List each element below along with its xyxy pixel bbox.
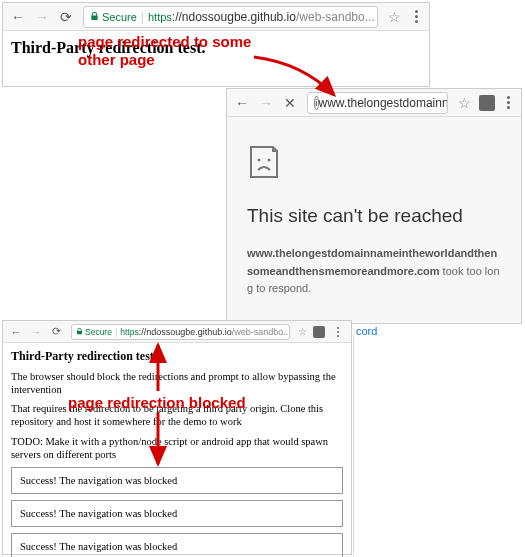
top-page-content: Third-Party redirection test. bbox=[3, 31, 429, 65]
url-scheme: https bbox=[120, 327, 138, 337]
back-button[interactable]: ← bbox=[231, 92, 253, 114]
url-scheme: https bbox=[148, 11, 172, 23]
address-bar[interactable]: Secure | https ://ndossougbe.github.io /… bbox=[83, 6, 378, 28]
extension-icon[interactable] bbox=[313, 326, 325, 338]
url-path: /web-sandbo... bbox=[232, 327, 290, 337]
success-message: Success! The navigation was blocked bbox=[11, 533, 343, 557]
page-heading: Third-Party redirection test. bbox=[11, 349, 343, 364]
menu-button[interactable] bbox=[499, 96, 517, 109]
forward-button[interactable]: → bbox=[31, 6, 53, 28]
bottom-toolbar: ← → ⟳ Secure | https ://ndossougbe.githu… bbox=[3, 321, 351, 343]
url-path: /web-sandbo... bbox=[296, 10, 375, 24]
secure-label: Secure bbox=[102, 11, 137, 23]
top-browser-window: ← → ⟳ Secure | https ://ndossougbe.githu… bbox=[2, 2, 430, 87]
success-message: Success! The navigation was blocked bbox=[11, 500, 343, 527]
menu-button[interactable] bbox=[407, 10, 425, 23]
url-host: ://ndossougbe.github.io bbox=[172, 10, 296, 24]
blank-panel bbox=[353, 335, 523, 555]
right-browser-window: ← → ✕ i www.thelongestdomainnamei... ☆ T… bbox=[226, 88, 522, 324]
forward-button[interactable]: → bbox=[255, 92, 277, 114]
reload-button[interactable]: ⟳ bbox=[47, 323, 65, 341]
forward-button[interactable]: → bbox=[27, 323, 45, 341]
lock-icon bbox=[90, 12, 99, 21]
svg-point-1 bbox=[268, 159, 271, 162]
error-heading: This site can't be reached bbox=[247, 205, 501, 227]
bottom-browser-window: ← → ⟳ Secure | https ://ndossougbe.githu… bbox=[2, 320, 352, 555]
right-toolbar: ← → ✕ i www.thelongestdomainnamei... ☆ bbox=[227, 89, 521, 117]
address-bar[interactable]: i www.thelongestdomainnamei... bbox=[307, 92, 448, 114]
url-host: ://ndossougbe.github.io bbox=[139, 327, 232, 337]
back-button[interactable]: ← bbox=[7, 323, 25, 341]
error-detail: www.thelongestdomainnameintheworldandthe… bbox=[247, 245, 501, 298]
success-message: Success! The navigation was blocked bbox=[11, 467, 343, 494]
bookmark-star-icon[interactable]: ☆ bbox=[454, 95, 475, 111]
back-button[interactable]: ← bbox=[7, 6, 29, 28]
sad-page-icon bbox=[247, 145, 501, 183]
separator: | bbox=[115, 327, 117, 337]
page-heading: Third-Party redirection test. bbox=[11, 39, 421, 57]
extension-icon[interactable] bbox=[479, 95, 495, 111]
secure-indicator: Secure bbox=[90, 11, 137, 23]
stop-button[interactable]: ✕ bbox=[279, 92, 301, 114]
url-text: www.thelongestdomainnamei... bbox=[319, 96, 448, 110]
top-toolbar: ← → ⟳ Secure | https ://ndossougbe.githu… bbox=[3, 3, 429, 31]
svg-point-0 bbox=[258, 159, 261, 162]
paragraph: The browser should block the redirection… bbox=[11, 370, 343, 396]
reload-button[interactable]: ⟳ bbox=[55, 6, 77, 28]
bookmark-star-icon[interactable]: ☆ bbox=[296, 326, 309, 337]
separator: | bbox=[141, 10, 144, 24]
secure-indicator: Secure bbox=[76, 327, 112, 337]
menu-button[interactable] bbox=[329, 327, 347, 337]
paragraph: That requires the redirection to be targ… bbox=[11, 402, 343, 428]
bottom-page-content: Third-Party redirection test. The browse… bbox=[3, 343, 351, 557]
paragraph: TODO: Make it with a python/node script … bbox=[11, 435, 343, 461]
error-page-content: This site can't be reached www.thelonges… bbox=[227, 117, 521, 323]
secure-label: Secure bbox=[85, 327, 112, 337]
address-bar[interactable]: Secure | https ://ndossougbe.github.io /… bbox=[71, 324, 290, 340]
lock-icon bbox=[76, 328, 83, 335]
bookmark-star-icon[interactable]: ☆ bbox=[384, 9, 405, 25]
